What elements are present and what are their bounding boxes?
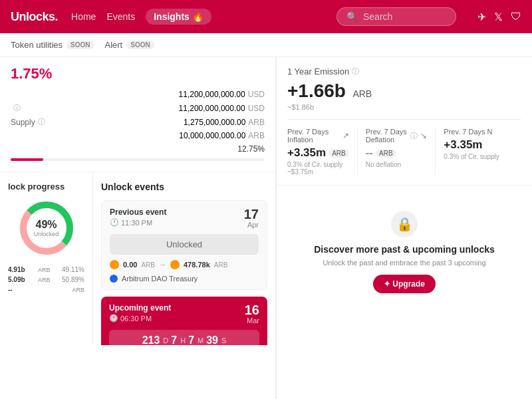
emission-section: 1 Year Emission ⓘ +1.66b ARB ~$1.86b Pre… bbox=[277, 57, 532, 186]
metric-percent: 1.75% bbox=[11, 65, 265, 82]
prev-event-title: Previous event bbox=[110, 207, 166, 217]
emission-metric-2: Prev. 7 Days Deflation ⓘ ↘ -- ARB No def… bbox=[366, 128, 436, 176]
token-utilities-label: Token utilities bbox=[11, 40, 63, 50]
lock-emoji: 🔒 bbox=[396, 216, 413, 232]
metric-unit-3: ARB bbox=[248, 131, 265, 140]
metric-val-2: 1,275,000,000.00 bbox=[184, 118, 245, 127]
lock-stat-badge-1: ARB bbox=[38, 267, 51, 273]
shield-icon[interactable]: 🛡 bbox=[511, 11, 521, 23]
lock-stat-row-3: -- ARB bbox=[8, 285, 84, 295]
sub-nav-alert[interactable]: Alert SOON bbox=[105, 40, 154, 50]
lock-stat-pct-1: 49.11% bbox=[62, 266, 84, 273]
lock-progress: lock progress 49% Unlocked 4.9 bbox=[0, 172, 93, 345]
trend-down-icon-2: ↘ bbox=[420, 131, 427, 140]
unlocked-button[interactable]: Unlocked bbox=[110, 234, 259, 255]
arb-dot bbox=[110, 275, 118, 283]
token-val-from: 0.00 bbox=[123, 261, 137, 269]
info-icon-value[interactable]: ⓘ bbox=[13, 103, 21, 113]
em-value-1: +3.35m ARB bbox=[287, 146, 349, 160]
trend-up-icon-1: ↗ bbox=[342, 131, 349, 140]
search-bar[interactable]: 🔍 Search bbox=[336, 7, 456, 26]
metric-unit-0: USD bbox=[248, 90, 265, 99]
metric-val-0: 11,200,000,000.00 bbox=[179, 90, 245, 99]
lock-progress-title: lock progress bbox=[8, 182, 84, 192]
prev-event-time-val: 11:30 PM bbox=[121, 219, 152, 227]
emission-metric-3: Prev. 7 Days N +3.35m 0.3% of Cir. suppl… bbox=[444, 128, 513, 176]
em-info-icon-2[interactable]: ⓘ bbox=[410, 131, 418, 141]
lock-stat-badge-3: ARB bbox=[72, 287, 84, 293]
em-dash-2: -- bbox=[366, 146, 373, 160]
metrics-row-2: ⓘ 11,200,000,000.00USD bbox=[11, 101, 265, 115]
info-icon-supply[interactable]: ⓘ bbox=[38, 117, 45, 127]
nav-events[interactable]: Events bbox=[106, 11, 135, 22]
lock-stat-val-3: -- bbox=[8, 286, 13, 293]
em-label-2: Prev. 7 Days Deflation ⓘ ↘ bbox=[366, 128, 428, 144]
event-header-upcoming: Upcoming event 🕐 06:30 PM 16 Mar bbox=[109, 303, 259, 325]
countdown-bar: 213 D 7 H 7 M 39 S bbox=[109, 330, 259, 345]
unlock-events-title: Unlock events bbox=[101, 182, 267, 192]
token-icon-to bbox=[170, 260, 180, 269]
upgrade-button[interactable]: ✦ Upgrade bbox=[373, 275, 436, 293]
em-val-1: +3.35m bbox=[287, 146, 326, 160]
em-label-1: Prev. 7 Days Inflation ↗ bbox=[287, 128, 349, 144]
unlock-events: Unlock events Previous event 🕐 11:30 PM bbox=[93, 172, 275, 345]
metric-label-supply: Supply bbox=[11, 118, 35, 127]
logo: Unlocks. bbox=[11, 10, 58, 24]
upcoming-clock-icon: 🕐 bbox=[109, 314, 118, 323]
lock-stats: 4.91b ARB 49.11% 5.09b ARB 50.89% -- ARB bbox=[8, 265, 84, 295]
metric-unit-1: USD bbox=[248, 104, 265, 113]
em-sub-3: 0.3% of Cir. supply bbox=[444, 153, 505, 160]
token-unit-to: ARB bbox=[214, 261, 228, 269]
nav-insights[interactable]: Insights 🔥 bbox=[146, 9, 211, 25]
emission-unit: ARB bbox=[352, 88, 372, 99]
discover-title: Discover more past & upcoming unlocks bbox=[314, 244, 495, 255]
emission-info-icon[interactable]: ⓘ bbox=[352, 66, 359, 76]
emission-title: 1 Year Emission ⓘ bbox=[287, 66, 521, 76]
em-badge-1: ARB bbox=[329, 149, 349, 158]
metric-val-1: 11,200,000,000.00 bbox=[179, 104, 245, 113]
lock-stat-row-1: 4.91b ARB 49.11% bbox=[8, 265, 84, 275]
sub-nav: Token utilities SOON Alert SOON bbox=[0, 33, 532, 57]
navbar: Unlocks. Home Events Insights 🔥 🔍 Search… bbox=[0, 0, 532, 33]
progress-bar-container bbox=[11, 158, 265, 161]
metric-val-3: 10,000,000,000.00 bbox=[179, 131, 245, 140]
upcoming-event-time: 🕐 06:30 PM bbox=[109, 314, 171, 323]
token-utilities-badge: SOON bbox=[66, 41, 94, 49]
countdown-seconds: 39 bbox=[206, 334, 218, 345]
em-label-3-text: Prev. 7 Days N bbox=[444, 128, 492, 136]
countdown-hours: 7 bbox=[171, 334, 177, 345]
countdown-days: 213 bbox=[142, 334, 160, 345]
twitter-icon[interactable]: 𝕏 bbox=[494, 11, 503, 23]
arb-label: Arbitrum DAO Treasury bbox=[122, 275, 198, 283]
token-icon-from bbox=[110, 260, 119, 269]
nav-home[interactable]: Home bbox=[71, 11, 96, 22]
lock-stat-val-2: 5.09b bbox=[8, 276, 25, 283]
nav-links: Home Events Insights 🔥 bbox=[71, 9, 211, 25]
telegram-icon[interactable]: ✈ bbox=[477, 11, 486, 23]
token-unit-from: ARB bbox=[141, 261, 155, 269]
em-sub-1: 0.3% of Cir. supply ~$3.75m bbox=[287, 161, 349, 176]
search-placeholder: Search bbox=[363, 11, 392, 22]
clock-icon: 🕐 bbox=[110, 218, 119, 227]
em-val-3: +3.35m bbox=[444, 138, 482, 152]
progress-pct-label: 12.75% bbox=[11, 142, 265, 156]
metrics-row-1: 11,200,000,000.00USD bbox=[11, 88, 265, 101]
metrics-section: 1.75% 11,200,000,000.00USD ⓘ 11,200,000,… bbox=[0, 57, 275, 172]
emission-title-text: 1 Year Emission bbox=[287, 66, 349, 76]
upcoming-date-num: 16 bbox=[245, 303, 259, 317]
upcoming-event-date: 16 Mar bbox=[245, 303, 259, 325]
lock-icon: 🔒 bbox=[391, 211, 418, 237]
emission-metric-1: Prev. 7 Days Inflation ↗ +3.35m ARB 0.3%… bbox=[287, 128, 358, 176]
emission-value: +1.66b bbox=[287, 80, 346, 101]
em-label-3: Prev. 7 Days N bbox=[444, 128, 505, 136]
em-value-2: -- ARB bbox=[366, 146, 428, 160]
token-val-to: 478.78k bbox=[184, 261, 210, 269]
upcoming-event-card: Upcoming event 🕐 06:30 PM 16 Mar 213 bbox=[101, 297, 267, 345]
metrics-row-4: 10,000,000,000.00ARB bbox=[11, 129, 265, 142]
unlock-section: lock progress 49% Unlocked 4.9 bbox=[0, 172, 275, 345]
lock-stat-pct-2: 50.89% bbox=[62, 276, 84, 283]
nav-icons: ✈ 𝕏 🛡 bbox=[477, 11, 521, 23]
em-label-2-text: Prev. 7 Days Deflation bbox=[366, 128, 408, 144]
prev-date-num: 17 bbox=[244, 207, 259, 221]
sub-nav-token-utilities[interactable]: Token utilities SOON bbox=[11, 40, 94, 50]
